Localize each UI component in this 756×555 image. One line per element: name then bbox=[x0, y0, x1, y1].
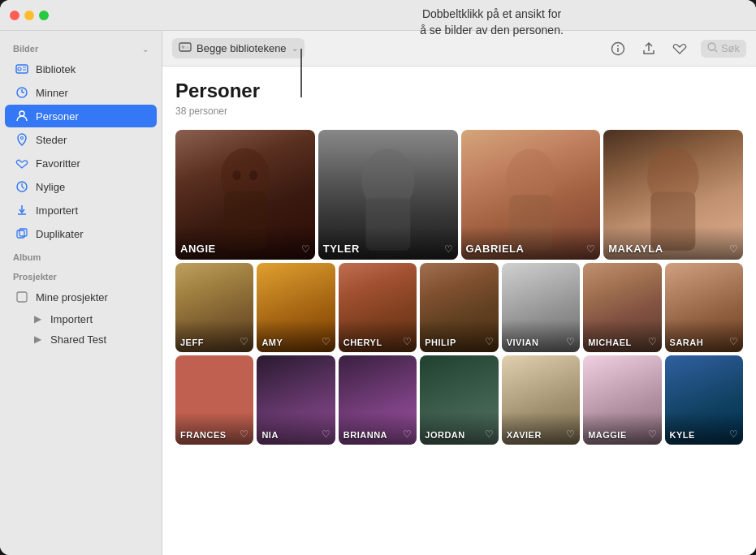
sidebar-item-duplikater[interactable]: Duplikater bbox=[5, 222, 157, 245]
xavier-heart-icon[interactable]: ♡ bbox=[566, 428, 575, 440]
person-card-frances[interactable]: Frances ♡ bbox=[175, 355, 253, 445]
philip-name: Philip bbox=[425, 338, 456, 347]
person-card-sarah[interactable]: Sarah ♡ bbox=[665, 263, 743, 352]
jeff-name: Jeff bbox=[180, 338, 204, 347]
gabriela-heart-icon[interactable]: ♡ bbox=[586, 243, 595, 255]
person-card-makayla[interactable]: MAKAYLA ♡ bbox=[603, 130, 743, 260]
bilder-section-header: Bilder ⌄ bbox=[0, 37, 162, 57]
search-input-placeholder: Søk bbox=[721, 42, 740, 54]
person-card-philip[interactable]: Philip ♡ bbox=[420, 263, 498, 352]
michael-heart-icon[interactable]: ♡ bbox=[648, 336, 657, 347]
library-selector-text: Begge bibliotekene bbox=[197, 42, 287, 54]
cheryl-name-bar: Cheryl ♡ bbox=[339, 320, 417, 352]
jordan-heart-icon[interactable]: ♡ bbox=[485, 428, 494, 440]
sidebar-item-steder[interactable]: Steder bbox=[5, 128, 157, 151]
library-selector[interactable]: Begge bibliotekene ⌄ bbox=[172, 38, 305, 58]
person-card-brianna[interactable]: Brianna ♡ bbox=[339, 355, 417, 445]
person-card-maggie[interactable]: Maggie ♡ bbox=[583, 355, 661, 445]
person-card-angie[interactable]: ANGIE ♡ bbox=[175, 130, 315, 260]
kyle-name: Kyle bbox=[670, 430, 695, 440]
sarah-heart-icon[interactable]: ♡ bbox=[729, 336, 738, 347]
share-button[interactable] bbox=[639, 39, 659, 58]
person-card-amy[interactable]: Amy ♡ bbox=[257, 263, 335, 352]
sarah-name: Sarah bbox=[670, 338, 704, 347]
sidebar-item-importert-proj[interactable]: ▶ Importert bbox=[5, 309, 157, 329]
sidebar-item-shared-test[interactable]: ▶ Shared Test bbox=[5, 329, 157, 349]
frances-heart-icon[interactable]: ♡ bbox=[240, 428, 248, 440]
sidebar-bibliotek-label: Bibliotek bbox=[36, 63, 76, 75]
sidebar-item-minner[interactable]: Minner bbox=[5, 81, 157, 104]
nia-heart-icon[interactable]: ♡ bbox=[322, 428, 330, 440]
xavier-name: Xavier bbox=[507, 430, 542, 440]
shared-test-label: Shared Test bbox=[50, 333, 106, 346]
person-card-cheryl[interactable]: Cheryl ♡ bbox=[339, 263, 417, 352]
heart-button[interactable] bbox=[670, 39, 689, 58]
person-card-tyler[interactable]: TYLER ♡ bbox=[318, 130, 458, 260]
person-card-jeff[interactable]: Jeff ♡ bbox=[175, 263, 253, 352]
svg-point-26 bbox=[232, 170, 240, 180]
makayla-heart-icon[interactable]: ♡ bbox=[729, 243, 738, 255]
xavier-name-bar: Xavier ♡ bbox=[502, 412, 580, 445]
brianna-name-bar: Brianna ♡ bbox=[339, 412, 417, 445]
svg-point-18 bbox=[182, 45, 185, 49]
importert-proj-icon: ▶ bbox=[31, 312, 44, 325]
cheryl-heart-icon[interactable]: ♡ bbox=[403, 336, 412, 347]
philip-heart-icon[interactable]: ♡ bbox=[485, 336, 494, 347]
mine-prosjekter-icon bbox=[15, 290, 29, 304]
maximize-button[interactable] bbox=[39, 11, 49, 20]
sidebar-item-bibliotek[interactable]: Bibliotek bbox=[5, 58, 157, 80]
nia-name-bar: Nia ♡ bbox=[257, 412, 335, 445]
page-content: Personer 38 personer ANGIE bbox=[162, 67, 756, 555]
person-card-kyle[interactable]: Kyle ♡ bbox=[665, 355, 743, 445]
sidebar-item-nylige[interactable]: Nylige bbox=[5, 175, 157, 198]
maggie-heart-icon[interactable]: ♡ bbox=[648, 428, 657, 440]
amy-name: Amy bbox=[261, 338, 283, 347]
jeff-heart-icon[interactable]: ♡ bbox=[240, 336, 248, 347]
sidebar-item-personer[interactable]: Personer bbox=[5, 105, 157, 127]
amy-heart-icon[interactable]: ♡ bbox=[322, 336, 330, 347]
person-card-vivian[interactable]: Vivian ♡ bbox=[502, 263, 580, 352]
tyler-name: TYLER bbox=[323, 243, 360, 255]
importert-proj-label: Importert bbox=[50, 313, 93, 325]
library-chevron-icon: ⌄ bbox=[292, 44, 298, 53]
brianna-heart-icon[interactable]: ♡ bbox=[403, 428, 412, 440]
kyle-heart-icon[interactable]: ♡ bbox=[729, 428, 738, 440]
person-card-xavier[interactable]: Xavier ♡ bbox=[502, 355, 580, 445]
jeff-name-bar: Jeff ♡ bbox=[175, 320, 253, 352]
sidebar-favoritter-label: Favoritter bbox=[36, 157, 80, 170]
angie-name: ANGIE bbox=[180, 243, 216, 255]
tooltip-pointer-line bbox=[300, 49, 302, 97]
jordan-name: Jordan bbox=[425, 430, 464, 440]
sidebar-item-favoritter[interactable]: Favoritter bbox=[5, 152, 157, 174]
angie-name-bar: ANGIE ♡ bbox=[175, 226, 315, 260]
shared-test-icon: ▶ bbox=[31, 333, 44, 346]
frances-name-bar: Frances ♡ bbox=[175, 412, 253, 445]
sidebar: Bilder ⌄ Bibliotek bbox=[0, 31, 162, 555]
mine-prosjekter-label: Mine prosjekter bbox=[36, 291, 108, 303]
svg-point-22 bbox=[708, 43, 715, 50]
person-card-nia[interactable]: Nia ♡ bbox=[257, 355, 335, 445]
search-icon bbox=[707, 42, 718, 55]
vivian-heart-icon[interactable]: ♡ bbox=[566, 336, 575, 347]
sidebar-item-importert[interactable]: Importert bbox=[5, 199, 157, 222]
sidebar-steder-label: Steder bbox=[36, 134, 67, 146]
bilder-section-label: Bilder bbox=[13, 44, 38, 54]
tyler-heart-icon[interactable]: ♡ bbox=[444, 243, 453, 255]
gabriela-name: GABRIELA bbox=[466, 243, 525, 255]
svg-rect-16 bbox=[17, 292, 27, 302]
minimize-button[interactable] bbox=[24, 11, 34, 20]
info-button[interactable] bbox=[608, 39, 628, 58]
maggie-name: Maggie bbox=[588, 430, 627, 440]
toolbar-left: Begge bibliotekene ⌄ bbox=[172, 38, 305, 58]
sidebar-minner-label: Minner bbox=[36, 87, 68, 99]
person-card-gabriela[interactable]: GABRIELA ♡ bbox=[461, 130, 601, 260]
close-button[interactable] bbox=[10, 11, 19, 20]
sidebar-nylige-label: Nylige bbox=[36, 181, 65, 193]
person-card-michael[interactable]: Michael ♡ bbox=[583, 263, 661, 352]
angie-heart-icon[interactable]: ♡ bbox=[301, 243, 310, 255]
sidebar-item-mine-prosjekter[interactable]: Mine prosjekter bbox=[5, 286, 157, 308]
search-bar[interactable]: Søk bbox=[701, 40, 746, 58]
traffic-lights bbox=[10, 11, 49, 20]
person-card-jordan[interactable]: Jordan ♡ bbox=[420, 355, 498, 445]
michael-name: Michael bbox=[588, 338, 632, 347]
